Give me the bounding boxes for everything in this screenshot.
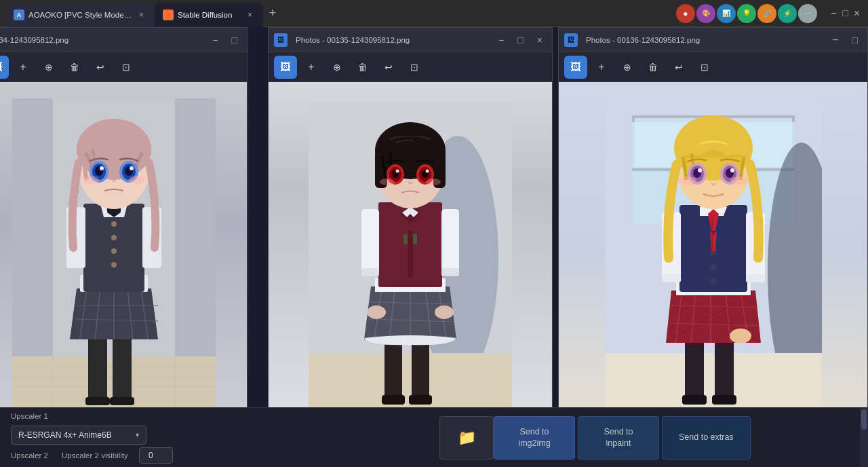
ext-icon-6[interactable]: ⚡: [778, 4, 797, 23]
ext-icon-2[interactable]: 🎨: [696, 4, 715, 23]
upscaler1-label: Upscaler 1: [11, 412, 423, 420]
extension-icons: ● 🎨 📊 💡 🔗 ⚡ ⋯: [676, 4, 823, 23]
toolbar-right-add[interactable]: +: [590, 56, 613, 79]
upscaler1-row: Upscaler 1 R-ESRGAN 4x+ Anime6B ▾: [11, 412, 423, 445]
bottom-left-controls: Upscaler 1 R-ESRGAN 4x+ Anime6B ▾ Upscal…: [0, 407, 434, 468]
svg-point-138: [698, 168, 702, 172]
window-left-toolbar: 🖼 + ⊕ 🗑 ↩ ⊡: [0, 52, 247, 82]
toolbar-left-add[interactable]: +: [12, 56, 35, 79]
ext-icon-4[interactable]: 💡: [737, 4, 756, 23]
toolbar-mid-crop[interactable]: ⊡: [403, 56, 426, 79]
svg-point-118: [710, 264, 717, 271]
svg-rect-12: [113, 336, 132, 404]
tab-2[interactable]: Stable Diffusion ×: [155, 3, 263, 27]
anime-char-2: [309, 102, 512, 414]
ext-icon-1[interactable]: ●: [676, 4, 695, 23]
toolbar-right-crop[interactable]: ⊡: [693, 56, 716, 79]
tab-bar: A AOAOKO [PVC Style Model] - P... × Stab…: [0, 0, 868, 27]
toolbar-right-delete[interactable]: 🗑: [642, 56, 665, 79]
scrollbar[interactable]: [860, 408, 868, 468]
bottom-panel: Upscaler 1 R-ESRGAN 4x+ Anime6B ▾ Upscal…: [0, 407, 868, 467]
window-left-titlebar[interactable]: 00134-1243095812.png − □: [0, 28, 247, 52]
window-middle-title: Photos - 00135-1243095812.png: [296, 36, 489, 44]
svg-rect-127: [662, 274, 681, 282]
send-extras-label: Send to extras: [679, 432, 734, 443]
toolbar-mid-delete[interactable]: 🗑: [351, 56, 374, 79]
toolbar-left-crop[interactable]: ⊡: [115, 56, 138, 79]
toolbar-left-delete[interactable]: 🗑: [63, 56, 86, 79]
new-tab-button[interactable]: +: [263, 4, 282, 23]
svg-point-140: [679, 176, 696, 185]
svg-rect-128: [746, 274, 765, 282]
svg-rect-99: [685, 339, 704, 404]
svg-point-89: [435, 305, 454, 319]
svg-rect-102: [712, 395, 736, 405]
browser-chrome: A AOAOKO [PVC Style Model] - P... × Stab…: [0, 0, 868, 27]
window-middle-minimize[interactable]: −: [494, 33, 508, 47]
main-content: 00134-1243095812.png − □ 🖼 + ⊕ 🗑 ↩ ⊡: [0, 27, 868, 467]
toolbar-right-image[interactable]: 🖼: [564, 56, 587, 79]
ext-icon-7[interactable]: ⋯: [798, 4, 817, 23]
tab-2-favicon: [163, 10, 174, 20]
ext-icon-3[interactable]: 📊: [717, 4, 736, 23]
window-right-minimize[interactable]: −: [828, 33, 842, 48]
window-middle-close[interactable]: ×: [533, 33, 547, 47]
tab-2-close[interactable]: ×: [245, 9, 255, 21]
upscaler2-visibility-label: Upscaler 2 visibility: [62, 451, 128, 460]
window-middle-titlebar[interactable]: 🖼 Photos - 00135-1243095812.png − □ ×: [269, 28, 552, 52]
svg-point-86: [380, 179, 395, 185]
svg-rect-100: [715, 339, 734, 404]
tab-1[interactable]: A AOAOKO [PVC Style Model] - P... ×: [5, 3, 155, 27]
window-middle-icon: 🖼: [274, 33, 288, 47]
window-middle-maximize[interactable]: □: [513, 33, 527, 47]
svg-point-27: [111, 248, 117, 254]
folder-button[interactable]: 📁: [439, 416, 494, 460]
browser-close-btn[interactable]: ×: [854, 7, 860, 20]
svg-rect-52: [412, 336, 429, 404]
toolbar-mid-rotate[interactable]: ↩: [377, 56, 400, 79]
tab-1-close[interactable]: ×: [136, 9, 146, 21]
send-img2img-button[interactable]: Send toimg2img: [494, 416, 575, 460]
svg-rect-11: [88, 336, 107, 404]
toolbar-left-image[interactable]: 🖼: [0, 56, 9, 79]
upscaler1-select[interactable]: R-ESRGAN 4x+ Anime6B ▾: [11, 426, 146, 445]
window-right-image-area: [559, 82, 867, 434]
window-right-icon: 🖼: [564, 33, 578, 47]
toolbar-mid-zoom[interactable]: ⊕: [326, 56, 349, 79]
toolbar-mid-add[interactable]: +: [300, 56, 323, 79]
window-middle: 🖼 Photos - 00135-1243095812.png − □ × 🖼 …: [268, 27, 553, 434]
upscaler2-value-input[interactable]: [139, 447, 173, 464]
svg-point-84: [396, 170, 399, 173]
browser-minimize-btn[interactable]: −: [831, 7, 837, 20]
svg-point-119: [710, 278, 717, 285]
tab-1-favicon: A: [14, 10, 24, 20]
window-left-maximize[interactable]: □: [228, 33, 241, 47]
window-middle-image-area: [269, 82, 552, 434]
svg-rect-101: [682, 395, 707, 405]
svg-point-139: [730, 168, 734, 172]
window-right-maximize[interactable]: □: [848, 33, 862, 47]
svg-point-47: [129, 176, 145, 184]
toolbar-left-zoom[interactable]: ⊕: [37, 56, 60, 79]
toolbar-mid-image[interactable]: 🖼: [274, 56, 297, 79]
tab-2-title: Stable Diffusion: [178, 11, 241, 19]
toolbar-right-rotate[interactable]: ↩: [667, 56, 690, 79]
window-left-minimize[interactable]: −: [208, 33, 222, 47]
window-right-toolbar: 🖼 + ⊕ 🗑 ↩ ⊡: [559, 52, 867, 82]
window-middle-toolbar: 🖼 + ⊕ 🗑 ↩ ⊡: [269, 52, 552, 82]
svg-point-26: [111, 235, 117, 240]
window-right-titlebar[interactable]: 🖼 Photos - 00136-1243095812.png − □: [559, 28, 867, 52]
send-extras-button[interactable]: Send to extras: [662, 416, 751, 460]
scrollbar-thumb[interactable]: [861, 409, 867, 430]
svg-rect-53: [382, 395, 405, 405]
ext-icon-5[interactable]: 🔗: [757, 4, 776, 23]
window-left-image-area: [0, 82, 247, 434]
browser-maximize-btn[interactable]: □: [842, 7, 848, 20]
send-inpaint-button[interactable]: Send toinpaint: [578, 416, 659, 460]
upscaler2-label: Upscaler 2: [11, 451, 48, 460]
browser-window-controls: − □ ×: [823, 7, 868, 20]
toolbar-left-rotate[interactable]: ↩: [89, 56, 112, 79]
svg-rect-50: [309, 353, 512, 414]
svg-point-45: [130, 166, 134, 170]
toolbar-right-zoom[interactable]: ⊕: [616, 56, 639, 79]
